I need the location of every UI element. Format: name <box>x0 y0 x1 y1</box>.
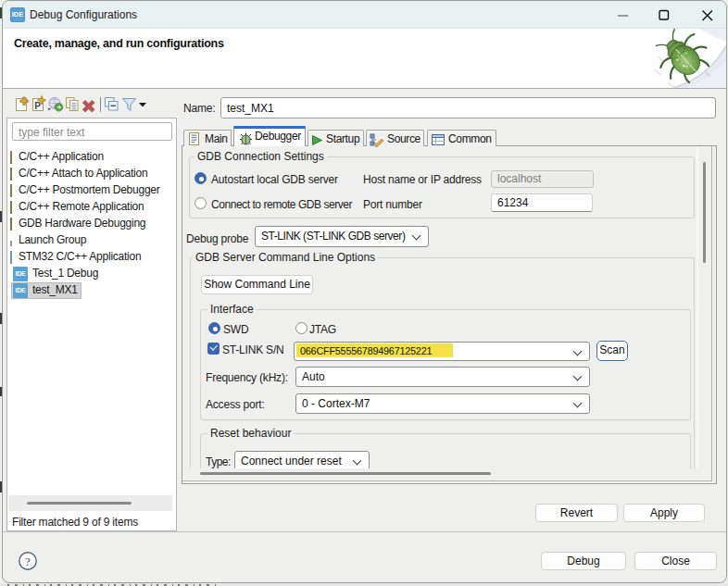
svg-text:P: P <box>34 101 41 111</box>
svg-text:?: ? <box>25 555 31 568</box>
